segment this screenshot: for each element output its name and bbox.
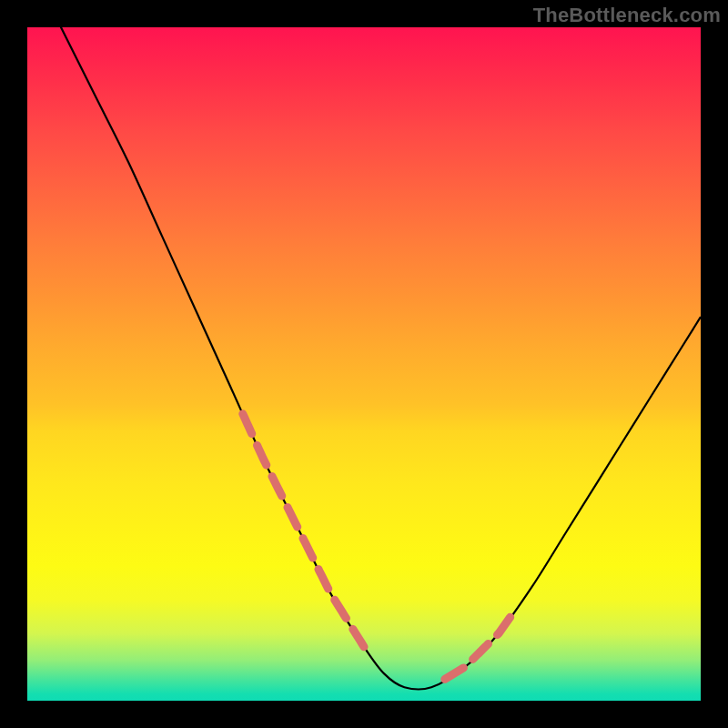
plot-area: [27, 27, 701, 701]
chart-stage: TheBottleneck.com: [0, 0, 728, 728]
curve-dash-right: [445, 614, 512, 679]
watermark-text: TheBottleneck.com: [533, 4, 721, 27]
bottleneck-curve: [27, 27, 701, 690]
curve-svg: [27, 27, 701, 701]
curve-dash-left: [243, 414, 364, 647]
